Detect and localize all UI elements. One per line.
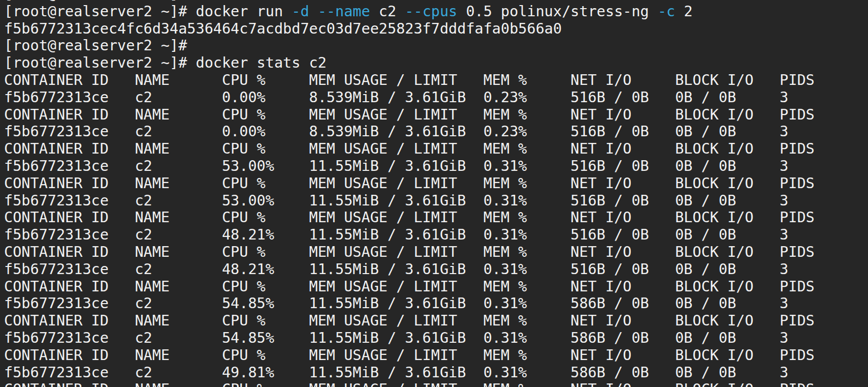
terminal-text: f5b6772313ce c2 0.00% 8.539MiB / 3.61GiB… bbox=[4, 123, 788, 140]
terminal-text: f5b6772313cec4fc6d34a536464c7acdbd7ec03d… bbox=[4, 20, 562, 37]
stats-header-line: CONTAINER ID NAME CPU % MEM USAGE / LIMI… bbox=[4, 140, 815, 158]
terminal-text: f5b6772313ce c2 49.81% 11.55MiB / 3.61Gi… bbox=[4, 364, 788, 381]
terminal-text: CONTAINER ID NAME CPU % MEM USAGE / LIMI… bbox=[4, 244, 815, 260]
terminal-text: c2 bbox=[370, 3, 405, 20]
stats-header-line: CONTAINER ID NAME CPU % MEM USAGE / LIMI… bbox=[4, 312, 815, 330]
terminal-text: CONTAINER ID NAME CPU % MEM USAGE / LIMI… bbox=[4, 106, 815, 123]
stats-header-line: CONTAINER ID NAME CPU % MEM USAGE / LIMI… bbox=[4, 244, 815, 261]
stats-header-line: CONTAINER ID NAME CPU % MEM USAGE / LIMI… bbox=[4, 72, 815, 89]
terminal-text: f5b6772313ce c2 48.21% 11.55MiB / 3.61Gi… bbox=[4, 226, 788, 243]
terminal-text: [root@realserver2 ~]# bbox=[4, 37, 187, 54]
terminal-text: f5b6772313ce c2 0.00% 8.539MiB / 3.61GiB… bbox=[4, 89, 788, 106]
terminal-text: CONTAINER ID NAME CPU % MEM USAGE / LIMI… bbox=[4, 347, 815, 364]
terminal-text: CONTAINER ID NAME CPU % MEM USAGE / LIMI… bbox=[4, 175, 815, 192]
terminal-text: CONTAINER ID NAME CPU % MEM USAGE / LIMI… bbox=[4, 381, 815, 387]
terminal-text: 2 bbox=[675, 3, 692, 20]
stats-data-line: f5b6772313ce c2 53.00% 11.55MiB / 3.61Gi… bbox=[4, 192, 815, 210]
command-flag: --name bbox=[318, 3, 370, 20]
terminal-text: CONTAINER ID NAME CPU % MEM USAGE / LIMI… bbox=[4, 312, 815, 329]
terminal-text: CONTAINER ID NAME CPU % MEM USAGE / LIMI… bbox=[4, 72, 815, 88]
terminal-text: f5b6772313ce c2 53.00% 11.55MiB / 3.61Gi… bbox=[4, 158, 788, 174]
stats-data-line: f5b6772313ce c2 54.85% 11.55MiB / 3.61Gi… bbox=[4, 330, 815, 347]
docker-run-command-line: [root@realserver2 ~]# docker run -d --na… bbox=[4, 3, 815, 20]
stats-header-line-partial: CONTAINER ID NAME CPU % MEM USAGE / LIMI… bbox=[4, 381, 815, 387]
terminal-text: f5b6772313ce c2 53.00% 11.55MiB / 3.61Gi… bbox=[4, 192, 788, 209]
docker-stats-command-line: [root@realserver2 ~]# docker stats c2 bbox=[4, 54, 815, 72]
stats-data-line: f5b6772313ce c2 0.00% 8.539MiB / 3.61GiB… bbox=[4, 123, 815, 140]
prompt-line: [root@realserver2 ~]# bbox=[4, 37, 815, 54]
command-flag: -d bbox=[292, 3, 309, 20]
command-flag: --cpus bbox=[405, 3, 457, 20]
stats-header-line: CONTAINER ID NAME CPU % MEM USAGE / LIMI… bbox=[4, 175, 815, 192]
stats-header-line: CONTAINER ID NAME CPU % MEM USAGE / LIMI… bbox=[4, 209, 815, 226]
terminal-window[interactable]: [root@realserver2 ~]#[root@realserver2 ~… bbox=[0, 0, 868, 387]
stats-data-line: f5b6772313ce c2 48.21% 11.55MiB / 3.61Gi… bbox=[4, 226, 815, 244]
terminal-screen: [root@realserver2 ~]#[root@realserver2 ~… bbox=[4, 0, 815, 387]
terminal-text bbox=[309, 3, 318, 20]
stats-data-line: f5b6772313ce c2 48.21% 11.55MiB / 3.61Gi… bbox=[4, 261, 815, 278]
stats-data-line: f5b6772313ce c2 49.81% 11.55MiB / 3.61Gi… bbox=[4, 364, 815, 381]
command-flag: -c bbox=[658, 3, 675, 20]
terminal-text: f5b6772313ce c2 48.21% 11.55MiB / 3.61Gi… bbox=[4, 261, 788, 278]
stats-header-line: CONTAINER ID NAME CPU % MEM USAGE / LIMI… bbox=[4, 106, 815, 124]
terminal-text: CONTAINER ID NAME CPU % MEM USAGE / LIMI… bbox=[4, 278, 815, 295]
stats-header-line: CONTAINER ID NAME CPU % MEM USAGE / LIMI… bbox=[4, 278, 815, 295]
stats-data-line: f5b6772313ce c2 53.00% 11.55MiB / 3.61Gi… bbox=[4, 158, 815, 175]
terminal-text: CONTAINER ID NAME CPU % MEM USAGE / LIMI… bbox=[4, 209, 815, 226]
terminal-text: [root@realserver2 ~]# docker stats c2 bbox=[4, 54, 327, 71]
terminal-text: [root@realserver2 ~]# bbox=[4, 0, 187, 3]
terminal-text: [root@realserver2 ~]# docker run bbox=[4, 3, 292, 20]
container-id-output-line: f5b6772313cec4fc6d34a536464c7acdbd7ec03d… bbox=[4, 20, 815, 38]
stats-data-line: f5b6772313ce c2 54.85% 11.55MiB / 3.61Gi… bbox=[4, 295, 815, 312]
stats-data-line: f5b6772313ce c2 0.00% 8.539MiB / 3.61GiB… bbox=[4, 89, 815, 106]
terminal-text: f5b6772313ce c2 54.85% 11.55MiB / 3.61Gi… bbox=[4, 295, 788, 312]
terminal-text: CONTAINER ID NAME CPU % MEM USAGE / LIMI… bbox=[4, 140, 815, 157]
terminal-text: f5b6772313ce c2 54.85% 11.55MiB / 3.61Gi… bbox=[4, 330, 788, 346]
terminal-text: 0.5 polinux/stress-ng bbox=[457, 3, 658, 20]
stats-header-line: CONTAINER ID NAME CPU % MEM USAGE / LIMI… bbox=[4, 347, 815, 364]
